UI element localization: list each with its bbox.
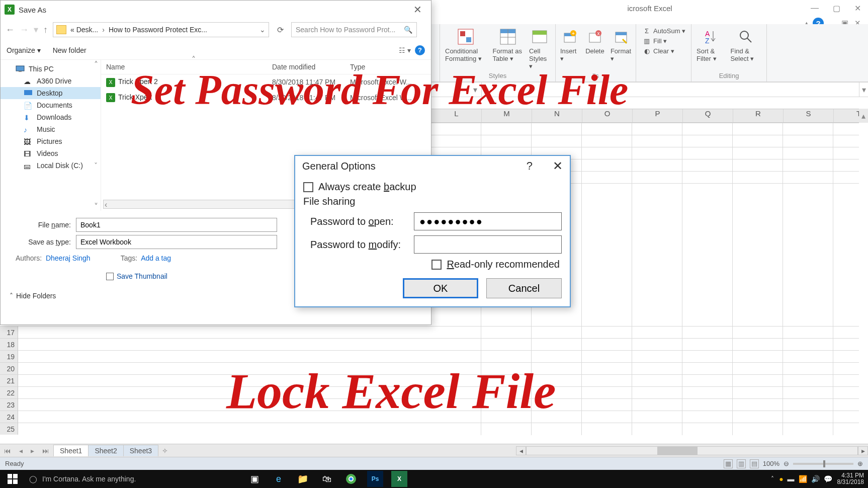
close-icon[interactable]: ✕ — [847, 1, 868, 16]
namebox-dropdown[interactable]: ▾ — [431, 83, 482, 97]
save-thumbnail-checkbox[interactable] — [106, 273, 114, 280]
gopts-close-icon[interactable]: ✕ — [553, 159, 563, 173]
save-type-select[interactable]: Excel Workbook — [76, 235, 277, 249]
view-normal-icon[interactable]: ▦ — [724, 459, 733, 468]
action-center-icon[interactable]: 💬 — [824, 475, 832, 483]
photoshop-icon[interactable]: Ps — [367, 471, 383, 487]
battery-icon[interactable]: ▬ — [788, 475, 795, 483]
password-modify-input[interactable] — [414, 235, 562, 254]
view-break-icon[interactable]: ▤ — [750, 459, 759, 468]
zoom-out-icon[interactable]: ⊖ — [784, 460, 789, 467]
refresh-icon[interactable]: ⟳ — [274, 24, 286, 36]
authors-value[interactable]: Dheeraj Singh — [46, 254, 91, 262]
cell-styles-button[interactable]: Cell Styles ▾ — [528, 26, 551, 71]
onedrive-icon[interactable]: ● — [779, 475, 783, 483]
nav-up-icon[interactable]: ↑ — [43, 25, 48, 35]
col-O[interactable]: O — [582, 109, 633, 122]
file-name-input[interactable] — [76, 218, 277, 232]
file-row[interactable]: XTrick Xpert 2 8/30/2018 11:47 PM Micros… — [101, 74, 431, 90]
readonly-checkbox[interactable] — [431, 260, 442, 270]
col-type[interactable]: Type — [350, 63, 426, 71]
hide-folders-button[interactable]: ˄Hide Folders — [10, 292, 56, 300]
row-23[interactable]: 23 — [0, 398, 18, 411]
col-M[interactable]: M — [482, 109, 532, 122]
fill-button[interactable]: ▥Fill ▾ — [642, 36, 685, 45]
tab-sheet1[interactable]: Sheet1 — [53, 445, 89, 456]
nav-forward-icon[interactable]: → — [20, 25, 29, 35]
sidebar-item-downloads[interactable]: ⬇Downloads — [1, 111, 101, 123]
row-25[interactable]: 25 — [0, 423, 18, 435]
nav-recent-icon[interactable]: ▾ — [34, 24, 38, 35]
tab-sheet3[interactable]: Sheet3 — [123, 445, 158, 456]
row-24[interactable]: 24 — [0, 411, 18, 423]
hscroll-right-icon[interactable]: ▸ — [858, 446, 868, 455]
breadcrumb-1[interactable]: « Desk... — [70, 26, 98, 34]
tab-nav-first-icon[interactable]: ⏮ — [0, 447, 15, 455]
cortana-search[interactable]: ◯ I'm Cortana. Ask me anything. — [25, 475, 226, 483]
zoom-slider[interactable] — [793, 463, 853, 465]
sidebar-item-localdisk[interactable]: 🖴Local Disk (C:)˅ — [1, 159, 101, 172]
view-options-icon[interactable]: ☷ ▾ — [399, 46, 411, 54]
tree-scroll-up-icon[interactable]: ˄ — [92, 60, 101, 69]
start-button[interactable] — [0, 474, 25, 484]
format-as-table-button[interactable]: Format as Table ▾ — [492, 26, 524, 63]
explorer-help-icon[interactable]: ? — [415, 45, 425, 55]
sort-filter-button[interactable]: AZSort & Filter ▾ — [696, 26, 725, 63]
col-Q[interactable]: Q — [683, 109, 733, 122]
col-name[interactable]: Name — [106, 63, 272, 71]
sidebar-item-a360[interactable]: ☁A360 Drive — [1, 75, 101, 87]
sidebar-item-thispc[interactable]: This PC — [1, 63, 101, 75]
tree-scroll-down-icon[interactable]: ˅ — [92, 202, 101, 211]
password-open-input[interactable] — [414, 212, 562, 230]
zoom-in-icon[interactable]: ⊕ — [857, 460, 863, 467]
sidebar-item-videos[interactable]: 🎞Videos — [1, 147, 101, 159]
vscroll-up-icon[interactable]: ▴ — [859, 109, 868, 123]
gopts-help-icon[interactable]: ? — [527, 159, 533, 173]
row-18[interactable]: 18 — [0, 338, 18, 350]
clear-button[interactable]: ◐Clear ▾ — [642, 46, 685, 55]
conditional-formatting-button[interactable]: Conditional Formatting ▾ — [444, 26, 488, 63]
store-icon[interactable]: 🛍 — [319, 471, 335, 487]
excel-taskbar-icon[interactable]: X — [391, 471, 407, 487]
tab-nav-prev-icon[interactable]: ◂ — [15, 447, 27, 455]
col-S[interactable]: S — [784, 109, 834, 122]
nav-back-icon[interactable]: ← — [6, 25, 15, 35]
row-22[interactable]: 22 — [0, 386, 18, 398]
new-sheet-icon[interactable]: ✧ — [158, 447, 172, 455]
col-R[interactable]: R — [733, 109, 784, 122]
format-button[interactable]: Format ▾ — [610, 26, 632, 63]
volume-icon[interactable]: 🔊 — [811, 475, 820, 483]
row-21[interactable]: 21 — [0, 374, 18, 386]
wifi-icon[interactable]: 📶 — [799, 475, 807, 483]
insert-button[interactable]: +Insert ▾ — [559, 26, 580, 63]
row-20[interactable]: 20 — [0, 362, 18, 374]
row-17[interactable]: 17 — [0, 326, 18, 338]
taskbar-clock[interactable]: 4:31 PM 8/31/2018 — [837, 472, 864, 485]
search-input[interactable]: Search How to Password Prot... 🔍 — [291, 22, 417, 37]
addr-dropdown-icon[interactable]: ⌄ — [259, 26, 266, 34]
view-layout-icon[interactable]: ▥ — [737, 459, 746, 468]
maximize-icon[interactable]: ▢ — [826, 1, 847, 16]
ok-button[interactable]: OK — [403, 278, 478, 298]
autosum-button[interactable]: ΣAutoSum ▾ — [642, 26, 685, 35]
breadcrumb-2[interactable]: How to Password Protect Exc... — [109, 26, 207, 34]
tab-nav-last-icon[interactable]: ⏭ — [38, 447, 53, 455]
edge-icon[interactable]: e — [271, 471, 287, 487]
sidebar-item-music[interactable]: ♪Music — [1, 123, 101, 135]
tab-sheet2[interactable]: Sheet2 — [88, 445, 123, 456]
address-bar[interactable]: « Desk... › How to Password Protect Exc.… — [53, 22, 269, 37]
col-L[interactable]: L — [431, 109, 482, 122]
col-N[interactable]: N — [532, 109, 582, 122]
save-as-close-icon[interactable]: ✕ — [408, 4, 427, 16]
chevron-right-icon[interactable]: › — [102, 26, 105, 34]
cancel-button[interactable]: Cancel — [486, 278, 562, 298]
row-19[interactable]: 19 — [0, 350, 18, 362]
new-folder-button[interactable]: New folder — [53, 46, 86, 54]
hscroll-left-icon[interactable]: ◂ — [516, 446, 526, 455]
chrome-icon[interactable] — [343, 471, 359, 487]
organize-button[interactable]: Organize ▾ — [7, 46, 41, 54]
delete-button[interactable]: xDelete — [584, 26, 605, 56]
col-date[interactable]: Date modified — [272, 63, 350, 71]
minimize-icon[interactable]: — — [804, 1, 826, 16]
sidebar-item-documents[interactable]: 📄Documents — [1, 99, 101, 111]
